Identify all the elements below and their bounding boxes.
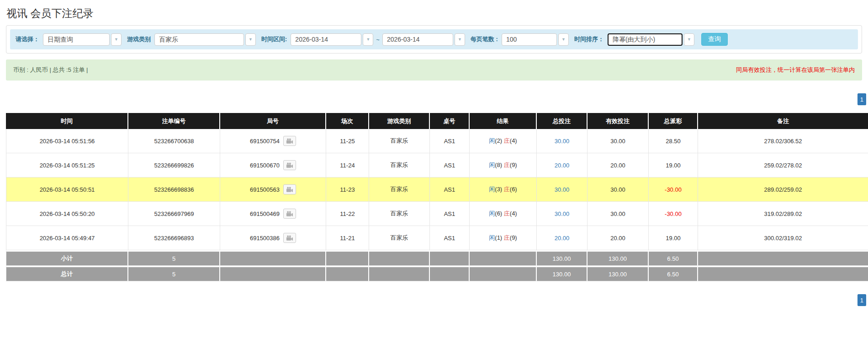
col-header-total-bet: 总投注 xyxy=(537,113,587,129)
cell-payout: 19.00 xyxy=(649,153,698,178)
cell-round-id: 691500670 xyxy=(220,153,326,178)
player-result: 闲 xyxy=(489,137,495,144)
banker-score: (4) xyxy=(510,210,517,217)
grand-total-total-bet: 130.00 xyxy=(537,266,587,281)
page-size-select[interactable]: 100 xyxy=(502,33,557,46)
cell-note: 278.02/306.52 xyxy=(698,129,868,153)
round-id-text: 691500670 xyxy=(250,162,280,169)
chevron-down-icon: ▼ xyxy=(458,37,462,42)
page-1-button[interactable]: 1 xyxy=(857,294,866,306)
player-result: 闲 xyxy=(489,234,495,241)
pagination-bottom: 1 xyxy=(0,294,868,306)
cell-bet-id: 523266698836 xyxy=(128,178,220,202)
table-row[interactable]: 2026-03-14 05:51:25 523266699826 6915006… xyxy=(6,153,868,178)
cell-bet-id: 523266700638 xyxy=(128,129,220,153)
subtotal-count: 5 xyxy=(128,250,220,266)
col-header-note: 备注 xyxy=(698,113,868,129)
cell-game-type: 百家乐 xyxy=(369,129,430,153)
cell-result: 闲(1) 庄(9) xyxy=(470,226,537,250)
cell-total-bet: 20.00 xyxy=(537,153,587,178)
cell-bet-id: 523266697969 xyxy=(128,202,220,226)
cell-note: 289.02/259.02 xyxy=(698,178,868,202)
video-camera-icon xyxy=(286,138,293,144)
video-replay-button[interactable] xyxy=(283,136,296,146)
video-replay-button[interactable] xyxy=(283,160,296,170)
cell-game-type: 百家乐 xyxy=(369,202,430,226)
col-header-payout: 总派彩 xyxy=(649,113,698,129)
cell-result: 闲(6) 庄(4) xyxy=(470,202,537,226)
banker-score: (9) xyxy=(510,161,517,168)
video-camera-icon xyxy=(286,211,293,217)
pagination-top: 1 xyxy=(0,93,868,105)
banker-score: (9) xyxy=(510,234,517,241)
date-to-caret-button[interactable]: ▼ xyxy=(455,33,465,46)
cell-table-no: AS1 xyxy=(430,153,470,178)
cell-result: 闲(8) 庄(9) xyxy=(470,153,537,178)
game-type-caret-button[interactable]: ▼ xyxy=(245,33,256,46)
date-from-select[interactable]: 2026-03-14 xyxy=(291,33,361,46)
empty-cell xyxy=(369,250,430,266)
banker-result: 庄 xyxy=(504,234,510,241)
col-header-game-type: 游戏类别 xyxy=(369,113,430,129)
player-score: (1) xyxy=(495,234,502,241)
page-size-caret-button[interactable]: ▼ xyxy=(558,33,569,46)
cell-total-bet: 20.00 xyxy=(537,226,587,250)
col-header-time: 时间 xyxy=(6,113,128,129)
query-type-combo: 日期查询 ▼ xyxy=(43,33,122,46)
grand-total-payout: 6.50 xyxy=(649,266,698,281)
banker-result: 庄 xyxy=(504,186,510,193)
video-replay-button[interactable] xyxy=(283,209,296,219)
grand-total-row: 总计 5 130.00 130.00 6.50 xyxy=(6,266,868,281)
total-bet-link[interactable]: 30.00 xyxy=(555,186,570,193)
player-result: 闲 xyxy=(489,186,495,193)
query-type-select[interactable]: 日期查询 xyxy=(43,33,110,46)
round-id-text: 691500563 xyxy=(250,186,280,193)
date-range-label: 时间区间: xyxy=(261,35,287,43)
chevron-down-icon: ▼ xyxy=(249,37,253,42)
game-type-select[interactable]: 百家乐 xyxy=(154,33,244,46)
cell-note: 319.02/289.02 xyxy=(698,202,868,226)
cell-game-type: 百家乐 xyxy=(369,153,430,178)
cell-session: 11-21 xyxy=(326,226,369,250)
video-replay-button[interactable] xyxy=(283,184,296,194)
date-from-combo: 2026-03-14 ▼ xyxy=(291,33,373,46)
player-score: (3) xyxy=(495,186,502,193)
page-title: 视讯 会员下注纪录 xyxy=(6,6,868,21)
subtotal-total-bet: 130.00 xyxy=(537,250,587,266)
col-header-bet-id: 注单编号 xyxy=(128,113,220,129)
currency-total-text: 币别 : 人民币 | 总共 :5 注单 | xyxy=(13,66,88,74)
time-sort-caret-button[interactable]: ▼ xyxy=(684,33,694,46)
cell-time: 2026-03-14 05:50:20 xyxy=(6,202,128,226)
grand-total-label: 总计 xyxy=(6,266,128,281)
table-row-highlighted[interactable]: 2026-03-14 05:50:51 523266698836 6915005… xyxy=(6,178,868,202)
banker-result: 庄 xyxy=(504,210,510,217)
date-to-select[interactable]: 2026-03-14 xyxy=(382,33,453,46)
video-replay-button[interactable] xyxy=(283,233,296,243)
search-button[interactable]: 查询 xyxy=(701,33,728,46)
cell-round-id: 691500563 xyxy=(220,178,326,202)
total-bet-link[interactable]: 30.00 xyxy=(555,138,570,145)
subtotal-label: 小计 xyxy=(6,250,128,266)
time-sort-select[interactable]: 降幂(由大到小) xyxy=(608,33,683,46)
empty-cell xyxy=(220,266,326,281)
cell-valid-bet: 30.00 xyxy=(587,129,649,153)
table-row[interactable]: 2026-03-14 05:51:56 523266700638 6915007… xyxy=(6,129,868,153)
total-bet-link[interactable]: 20.00 xyxy=(555,235,570,242)
cell-note: 300.02/319.02 xyxy=(698,226,868,250)
total-bet-link[interactable]: 20.00 xyxy=(555,162,570,169)
game-type-combo: 百家乐 ▼ xyxy=(154,33,256,46)
date-from-caret-button[interactable]: ▼ xyxy=(363,33,373,46)
table-row[interactable]: 2026-03-14 05:49:47 523266696893 6915003… xyxy=(6,226,868,250)
page-1-button[interactable]: 1 xyxy=(857,93,866,105)
cell-game-type: 百家乐 xyxy=(369,178,430,202)
table-row[interactable]: 2026-03-14 05:50:20 523266697969 6915004… xyxy=(6,202,868,226)
empty-cell xyxy=(220,250,326,266)
cell-valid-bet: 30.00 xyxy=(587,178,649,202)
cell-result: 闲(2) 庄(4) xyxy=(470,129,537,153)
query-type-caret-button[interactable]: ▼ xyxy=(111,33,122,46)
cell-result: 闲(3) 庄(6) xyxy=(470,178,537,202)
player-result: 闲 xyxy=(489,210,495,217)
video-camera-icon xyxy=(286,187,293,193)
grand-total-count: 5 xyxy=(128,266,220,281)
total-bet-link[interactable]: 30.00 xyxy=(555,210,570,217)
